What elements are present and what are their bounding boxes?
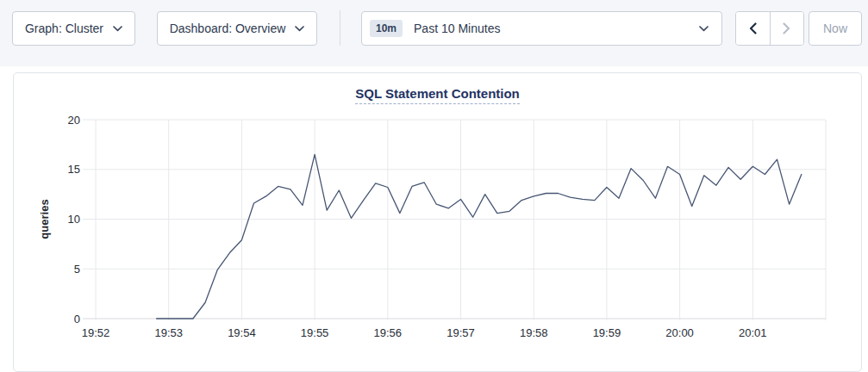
svg-text:19:59: 19:59 [593, 326, 621, 339]
dashboard-dropdown[interactable]: Dashboard: Overview [157, 11, 317, 46]
chart-title[interactable]: SQL Statement Contention [355, 86, 520, 104]
time-range-select[interactable]: 10m Past 10 Minutes [361, 11, 722, 46]
svg-text:20:01: 20:01 [739, 326, 767, 339]
svg-text:19:55: 19:55 [301, 326, 329, 339]
svg-text:10: 10 [68, 213, 80, 226]
chevron-left-icon [749, 22, 757, 34]
toolbar-divider [340, 10, 340, 46]
svg-text:19:52: 19:52 [82, 326, 110, 339]
svg-text:5: 5 [74, 263, 80, 276]
chart-panel: SQL Statement Contention 0510152019:5219… [13, 72, 862, 372]
dashboard-dropdown-label: Dashboard: Overview [170, 22, 286, 35]
time-prev-button[interactable] [736, 12, 770, 45]
now-button-label: Now [823, 22, 847, 35]
chevron-down-icon [699, 26, 709, 32]
chart-title-wrap: SQL Statement Contention [14, 86, 861, 104]
sql-contention-line-chart: 0510152019:5219:5319:5419:5519:5619:5719… [14, 73, 861, 371]
svg-text:19:53: 19:53 [154, 326, 183, 339]
svg-text:15: 15 [68, 163, 80, 176]
svg-text:19:58: 19:58 [520, 326, 548, 339]
svg-text:queries: queries [38, 199, 51, 239]
time-range-label: Past 10 Minutes [414, 22, 699, 35]
time-next-button[interactable] [770, 12, 804, 45]
chevron-down-icon [113, 26, 122, 32]
svg-text:19:57: 19:57 [446, 326, 475, 339]
svg-text:19:54: 19:54 [228, 326, 256, 339]
chevron-right-icon [783, 22, 790, 34]
time-range-badge: 10m [370, 20, 403, 37]
chevron-down-icon [295, 26, 304, 32]
graph-dropdown[interactable]: Graph: Cluster [12, 11, 135, 46]
svg-text:20: 20 [68, 114, 80, 127]
time-nav-group [735, 11, 804, 46]
svg-text:20:00: 20:00 [665, 326, 694, 339]
toolbar: Graph: Cluster Dashboard: Overview 10m P… [0, 0, 868, 66]
svg-text:19:56: 19:56 [374, 326, 403, 339]
svg-text:0: 0 [74, 313, 80, 326]
graph-dropdown-label: Graph: Cluster [25, 22, 103, 35]
now-button[interactable]: Now [809, 11, 862, 46]
